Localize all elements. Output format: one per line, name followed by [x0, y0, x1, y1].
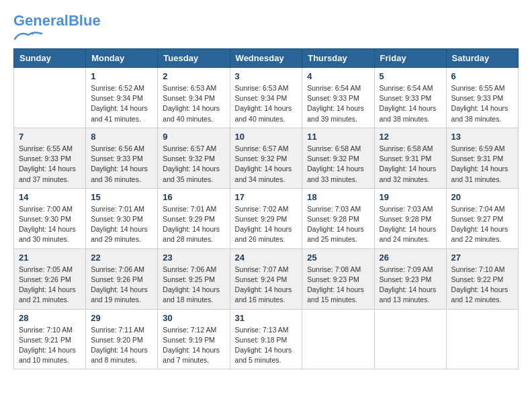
day-info: Sunrise: 6:53 AM Sunset: 9:34 PM Dayligh… — [235, 83, 298, 124]
calendar-week-row: 1Sunrise: 6:52 AM Sunset: 9:34 PM Daylig… — [14, 68, 519, 128]
calendar-day-cell: 5Sunrise: 6:54 AM Sunset: 9:33 PM Daylig… — [374, 68, 446, 128]
day-info: Sunrise: 7:03 AM Sunset: 9:28 PM Dayligh… — [307, 204, 369, 245]
calendar-week-row: 28Sunrise: 7:10 AM Sunset: 9:21 PM Dayli… — [14, 309, 519, 369]
calendar-day-cell: 18Sunrise: 7:03 AM Sunset: 9:28 PM Dayli… — [302, 188, 374, 248]
day-number: 18 — [307, 192, 369, 202]
calendar-day-cell: 23Sunrise: 7:06 AM Sunset: 9:25 PM Dayli… — [158, 248, 230, 309]
day-number: 26 — [380, 253, 441, 263]
day-number: 27 — [451, 253, 513, 263]
weekday-header-cell: Wednesday — [230, 49, 302, 68]
day-info: Sunrise: 6:57 AM Sunset: 9:32 PM Dayligh… — [235, 144, 298, 185]
calendar-day-cell — [14, 68, 86, 128]
day-number: 4 — [307, 71, 369, 81]
weekday-header-cell: Monday — [86, 49, 158, 68]
day-info: Sunrise: 7:03 AM Sunset: 9:28 PM Dayligh… — [380, 204, 441, 245]
day-number: 25 — [307, 253, 369, 263]
day-info: Sunrise: 6:52 AM Sunset: 9:34 PM Dayligh… — [91, 83, 152, 124]
day-number: 3 — [235, 71, 298, 81]
day-number: 21 — [19, 253, 81, 263]
logo-bird-icon — [13, 30, 43, 42]
calendar-day-cell — [302, 309, 374, 369]
day-number: 19 — [380, 192, 441, 202]
day-info: Sunrise: 6:53 AM Sunset: 9:34 PM Dayligh… — [163, 83, 224, 124]
calendar-day-cell: 10Sunrise: 6:57 AM Sunset: 9:32 PM Dayli… — [230, 128, 302, 188]
day-number: 2 — [163, 71, 224, 81]
calendar-body: 1Sunrise: 6:52 AM Sunset: 9:34 PM Daylig… — [14, 68, 519, 369]
day-info: Sunrise: 6:54 AM Sunset: 9:33 PM Dayligh… — [307, 83, 369, 124]
calendar-day-cell: 25Sunrise: 7:08 AM Sunset: 9:23 PM Dayli… — [302, 248, 374, 309]
day-number: 23 — [163, 253, 224, 263]
day-number: 14 — [19, 192, 81, 202]
day-info: Sunrise: 7:08 AM Sunset: 9:23 PM Dayligh… — [307, 265, 369, 306]
day-info: Sunrise: 7:13 AM Sunset: 9:18 PM Dayligh… — [235, 325, 298, 366]
day-number: 22 — [91, 253, 152, 263]
calendar-day-cell: 27Sunrise: 7:10 AM Sunset: 9:22 PM Dayli… — [446, 248, 518, 309]
weekday-header-row: SundayMondayTuesdayWednesdayThursdayFrid… — [14, 49, 519, 68]
day-info: Sunrise: 7:05 AM Sunset: 9:26 PM Dayligh… — [19, 265, 81, 306]
calendar-day-cell — [374, 309, 446, 369]
calendar-table: SundayMondayTuesdayWednesdayThursdayFrid… — [13, 48, 519, 369]
calendar-day-cell: 29Sunrise: 7:11 AM Sunset: 9:20 PM Dayli… — [86, 309, 158, 369]
day-number: 13 — [451, 132, 513, 142]
day-info: Sunrise: 7:06 AM Sunset: 9:26 PM Dayligh… — [91, 265, 152, 306]
day-number: 11 — [307, 132, 369, 142]
calendar-day-cell: 20Sunrise: 7:04 AM Sunset: 9:27 PM Dayli… — [446, 188, 518, 248]
day-info: Sunrise: 7:09 AM Sunset: 9:23 PM Dayligh… — [380, 265, 441, 306]
calendar-day-cell: 26Sunrise: 7:09 AM Sunset: 9:23 PM Dayli… — [374, 248, 446, 309]
calendar-week-row: 7Sunrise: 6:55 AM Sunset: 9:33 PM Daylig… — [14, 128, 519, 188]
weekday-header-cell: Sunday — [14, 49, 86, 68]
calendar-day-cell: 3Sunrise: 6:53 AM Sunset: 9:34 PM Daylig… — [230, 68, 302, 128]
calendar-day-cell: 22Sunrise: 7:06 AM Sunset: 9:26 PM Dayli… — [86, 248, 158, 309]
day-info: Sunrise: 7:02 AM Sunset: 9:29 PM Dayligh… — [235, 204, 298, 245]
day-number: 7 — [19, 132, 81, 142]
day-info: Sunrise: 6:55 AM Sunset: 9:33 PM Dayligh… — [19, 144, 81, 185]
calendar-day-cell: 4Sunrise: 6:54 AM Sunset: 9:33 PM Daylig… — [302, 68, 374, 128]
day-info: Sunrise: 7:04 AM Sunset: 9:27 PM Dayligh… — [451, 204, 513, 245]
calendar-day-cell: 17Sunrise: 7:02 AM Sunset: 9:29 PM Dayli… — [230, 188, 302, 248]
calendar-day-cell: 7Sunrise: 6:55 AM Sunset: 9:33 PM Daylig… — [14, 128, 86, 188]
day-info: Sunrise: 7:12 AM Sunset: 9:19 PM Dayligh… — [163, 325, 224, 366]
day-number: 12 — [380, 132, 441, 142]
day-info: Sunrise: 6:59 AM Sunset: 9:31 PM Dayligh… — [451, 144, 513, 185]
weekday-header-cell: Saturday — [446, 49, 518, 68]
page-header: GeneralBlue — [13, 13, 519, 42]
weekday-header-cell: Tuesday — [158, 49, 230, 68]
day-info: Sunrise: 7:10 AM Sunset: 9:22 PM Dayligh… — [451, 265, 513, 306]
day-number: 15 — [91, 192, 152, 202]
calendar-day-cell: 1Sunrise: 6:52 AM Sunset: 9:34 PM Daylig… — [86, 68, 158, 128]
calendar-day-cell: 11Sunrise: 6:58 AM Sunset: 9:32 PM Dayli… — [302, 128, 374, 188]
weekday-header-cell: Friday — [374, 49, 446, 68]
day-number: 8 — [91, 132, 152, 142]
calendar-day-cell: 16Sunrise: 7:01 AM Sunset: 9:29 PM Dayli… — [158, 188, 230, 248]
day-number: 5 — [380, 71, 441, 81]
calendar-day-cell: 9Sunrise: 6:57 AM Sunset: 9:32 PM Daylig… — [158, 128, 230, 188]
calendar-day-cell: 15Sunrise: 7:01 AM Sunset: 9:30 PM Dayli… — [86, 188, 158, 248]
day-info: Sunrise: 6:58 AM Sunset: 9:32 PM Dayligh… — [307, 144, 369, 185]
calendar-day-cell: 21Sunrise: 7:05 AM Sunset: 9:26 PM Dayli… — [14, 248, 86, 309]
day-number: 29 — [91, 313, 152, 323]
day-number: 16 — [163, 192, 224, 202]
logo-blue: Blue — [69, 12, 101, 29]
calendar-day-cell: 13Sunrise: 6:59 AM Sunset: 9:31 PM Dayli… — [446, 128, 518, 188]
day-info: Sunrise: 7:07 AM Sunset: 9:24 PM Dayligh… — [235, 265, 298, 306]
day-info: Sunrise: 7:06 AM Sunset: 9:25 PM Dayligh… — [163, 265, 224, 306]
calendar-day-cell: 6Sunrise: 6:55 AM Sunset: 9:33 PM Daylig… — [446, 68, 518, 128]
calendar-day-cell — [446, 309, 518, 369]
day-info: Sunrise: 6:56 AM Sunset: 9:33 PM Dayligh… — [91, 144, 152, 185]
day-info: Sunrise: 7:00 AM Sunset: 9:30 PM Dayligh… — [19, 204, 81, 245]
day-number: 24 — [235, 253, 298, 263]
calendar-day-cell: 19Sunrise: 7:03 AM Sunset: 9:28 PM Dayli… — [374, 188, 446, 248]
day-number: 30 — [163, 313, 224, 323]
logo: GeneralBlue — [13, 13, 101, 42]
day-info: Sunrise: 7:10 AM Sunset: 9:21 PM Dayligh… — [19, 325, 81, 366]
calendar-day-cell: 28Sunrise: 7:10 AM Sunset: 9:21 PM Dayli… — [14, 309, 86, 369]
calendar-day-cell: 12Sunrise: 6:58 AM Sunset: 9:31 PM Dayli… — [374, 128, 446, 188]
day-number: 1 — [91, 71, 152, 81]
logo-text: GeneralBlue — [13, 13, 101, 28]
day-number: 17 — [235, 192, 298, 202]
calendar-day-cell: 24Sunrise: 7:07 AM Sunset: 9:24 PM Dayli… — [230, 248, 302, 309]
calendar-week-row: 21Sunrise: 7:05 AM Sunset: 9:26 PM Dayli… — [14, 248, 519, 309]
day-number: 20 — [451, 192, 513, 202]
day-info: Sunrise: 7:01 AM Sunset: 9:30 PM Dayligh… — [91, 204, 152, 245]
logo-general: General — [13, 12, 69, 29]
